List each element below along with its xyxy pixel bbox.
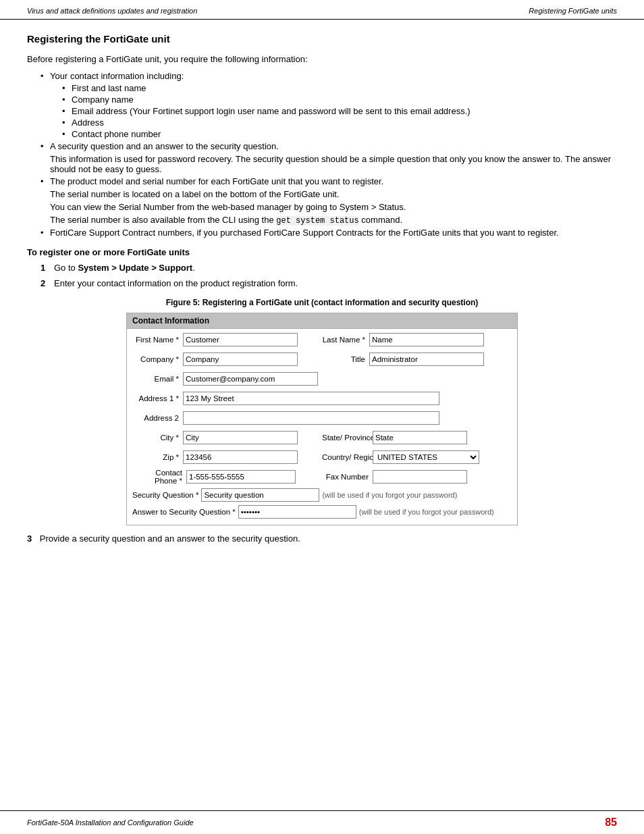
title-input[interactable] xyxy=(369,353,484,366)
country-select[interactable]: UNITED STATES xyxy=(373,450,479,464)
col-title: Title xyxy=(322,353,512,366)
col-last-name: Last Name * xyxy=(322,333,512,346)
page-header: Virus and attack definitions updates and… xyxy=(0,0,644,20)
step-1-text: Go to System > Update > Support. xyxy=(54,263,195,273)
email-input[interactable] xyxy=(183,372,318,386)
fax-label: Fax Number xyxy=(322,473,373,481)
form-row-company: Company * Title xyxy=(132,351,512,367)
col-country: Country/ Region * UNITED STATES xyxy=(322,450,512,464)
page-number: 85 xyxy=(605,816,617,829)
form-row-city-state: City * State/ Province * xyxy=(132,429,512,446)
bullet-3: The product model and serial number for … xyxy=(41,176,617,226)
security-answer-label: Answer to Security Question * xyxy=(132,508,238,516)
state-label: State/ Province * xyxy=(322,434,373,442)
last-name-input[interactable] xyxy=(369,333,484,346)
section-title: Registering the FortiGate unit xyxy=(27,33,617,45)
security-answer-input[interactable] xyxy=(238,505,356,519)
first-name-label: First Name * xyxy=(132,336,183,344)
figure-caption: Figure 5: Registering a FortiGate unit (… xyxy=(27,298,617,307)
form-header: Contact Information xyxy=(127,313,517,329)
main-bullet-list: Your contact information including: Firs… xyxy=(41,71,617,238)
contact-form: Contact Information First Name * Last Na… xyxy=(126,313,518,525)
form-row-email: Email * xyxy=(132,371,512,387)
inline-code: get system status xyxy=(276,216,358,226)
bullet-3-para1: The serial number is located on a label … xyxy=(50,189,617,199)
form-row-name: First Name * Last Name * xyxy=(132,332,512,348)
procedure-title: To register one or more FortiGate units xyxy=(27,247,617,257)
phone-label: Contact Phone * xyxy=(132,469,186,485)
step-1: 1 Go to System > Update > Support. xyxy=(41,263,617,273)
bullet-2: A security question and an answer to the… xyxy=(41,141,617,174)
security-question-input[interactable] xyxy=(201,488,319,502)
form-row-zip-country: Zip * Country/ Region * UNITED STATES xyxy=(132,449,512,465)
step-2-num: 2 xyxy=(41,278,45,288)
bullet-2-para: This information is used for password re… xyxy=(50,154,617,174)
title-label: Title xyxy=(322,355,369,363)
zip-input[interactable] xyxy=(183,450,298,464)
col-state: State/ Province * xyxy=(322,431,512,444)
city-label: City * xyxy=(132,434,183,442)
bullet-3-para2: You can view the Serial Number from the … xyxy=(50,202,617,212)
step-3-num: 3 xyxy=(27,533,32,544)
main-content: Registering the FortiGate unit Before re… xyxy=(0,20,644,584)
col-city: City * xyxy=(132,431,322,444)
city-input[interactable] xyxy=(183,431,298,444)
form-row-address2: Address 2 xyxy=(132,410,512,426)
last-name-label: Last Name * xyxy=(322,336,369,344)
bullet-3-para3: The serial number is also available from… xyxy=(50,215,617,226)
col-phone: Contact Phone * xyxy=(132,469,322,485)
col-first-name: First Name * xyxy=(132,333,322,346)
page-footer: FortiGate-50A Installation and Configura… xyxy=(0,810,644,834)
zip-label: Zip * xyxy=(132,453,183,461)
first-name-required: * xyxy=(176,336,179,344)
header-left: Virus and attack definitions updates and… xyxy=(27,7,197,15)
step-1-num: 1 xyxy=(41,263,45,273)
email-label: Email * xyxy=(132,375,183,383)
security-question-label: Security Question * xyxy=(132,491,201,499)
company-input[interactable] xyxy=(183,353,298,366)
form-body: First Name * Last Name * C xyxy=(127,329,517,525)
fax-input[interactable] xyxy=(373,470,467,484)
address2-label: Address 2 xyxy=(132,414,183,422)
form-row-phone-fax: Contact Phone * Fax Number xyxy=(132,469,512,485)
footer-left: FortiGate-50A Installation and Configura… xyxy=(27,818,194,827)
sub-bullet-1-1: First and last name xyxy=(62,83,617,93)
first-name-input[interactable] xyxy=(183,333,298,346)
form-row-address1: Address 1 * xyxy=(132,390,512,407)
form-row-security-answer: Answer to Security Question * (will be u… xyxy=(132,505,512,519)
numbered-steps: 1 Go to System > Update > Support. 2 Ent… xyxy=(41,263,617,288)
step-2: 2 Enter your contact information on the … xyxy=(41,278,617,288)
form-row-security-question: Security Question * (will be used if you… xyxy=(132,488,512,502)
security-answer-note: (will be used if you forgot your passwor… xyxy=(359,508,494,516)
state-input[interactable] xyxy=(373,431,467,444)
sub-bullet-1-5: Contact phone number xyxy=(62,129,617,139)
address2-input[interactable] xyxy=(183,411,439,425)
col-company: Company * xyxy=(132,353,322,366)
header-right: Registering FortiGate units xyxy=(529,7,617,15)
bullet-4: FortiCare Support Contract numbers, if y… xyxy=(41,228,617,238)
col-zip: Zip * xyxy=(132,450,322,464)
sub-bullet-1-2: Company name xyxy=(62,95,617,105)
address1-input[interactable] xyxy=(183,392,439,405)
company-label: Company * xyxy=(132,355,183,363)
security-question-note: (will be used if you forgot your passwor… xyxy=(322,491,457,499)
step-3-text: Provide a security question and an answe… xyxy=(40,533,300,544)
phone-input[interactable] xyxy=(186,470,296,484)
sub-bullet-list-1: First and last name Company name Email a… xyxy=(62,83,617,139)
bullet-1: Your contact information including: Firs… xyxy=(41,71,617,139)
step-2-text: Enter your contact information on the pr… xyxy=(54,278,298,288)
col-fax: Fax Number xyxy=(322,470,512,484)
step-3-container: 3 Provide a security question and an ans… xyxy=(27,533,617,544)
sub-bullet-1-3: Email address (Your Fortinet support log… xyxy=(62,106,617,116)
address1-label: Address 1 * xyxy=(132,394,183,402)
intro-text: Before registering a FortiGate unit, you… xyxy=(27,54,617,64)
country-label: Country/ Region * xyxy=(322,453,373,461)
sub-bullet-1-4: Address xyxy=(62,118,617,128)
